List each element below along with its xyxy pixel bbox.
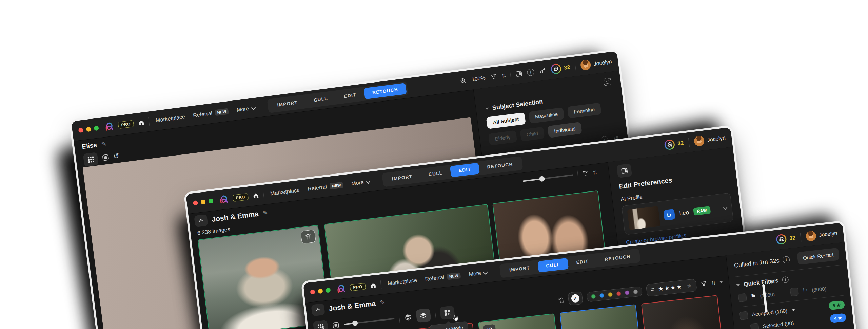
tab-retouch[interactable]: RETOUCH <box>596 250 639 266</box>
menu-marketplace[interactable]: Marketplace <box>270 187 300 197</box>
sort-icon[interactable]: ↑↓ <box>711 279 715 287</box>
key-icon[interactable] <box>539 67 546 74</box>
unstack-layers-button[interactable] <box>416 308 431 323</box>
tab-cull[interactable]: CULL <box>420 166 451 181</box>
user-account[interactable]: Jocelyn <box>693 133 726 147</box>
menu-referral[interactable]: Referral NEW <box>307 182 343 192</box>
color-dot-blue[interactable] <box>599 293 604 298</box>
close-window-button[interactable] <box>310 289 315 294</box>
edit-pencil-icon[interactable]: ✎ <box>262 209 269 217</box>
filter-icon[interactable] <box>582 170 589 177</box>
history-icon[interactable]: ↺ <box>113 152 120 161</box>
minimize-window-button[interactable] <box>318 289 323 294</box>
minimize-window-button[interactable] <box>86 127 91 132</box>
thumbnail-size-slider[interactable] <box>344 318 395 325</box>
tab-edit[interactable]: EDIT <box>450 163 480 177</box>
checkbox[interactable] <box>750 323 760 329</box>
survey-mode-button[interactable]: Survey Mode <box>439 306 455 320</box>
sort-icon[interactable]: ↑↓ <box>501 72 506 79</box>
user-account[interactable]: Jocelyn <box>580 57 612 71</box>
maximize-window-button[interactable] <box>94 126 99 131</box>
trash-button[interactable] <box>300 230 316 244</box>
star-rating-filter[interactable]: = ★★★★ ★ <box>646 278 697 296</box>
collapse-button[interactable] <box>311 304 325 316</box>
subject-all-button[interactable]: All Subject <box>486 112 526 129</box>
zoom-magnifier-icon[interactable] <box>460 77 467 84</box>
menu-referral[interactable]: Referral NEW <box>425 272 461 282</box>
maximize-window-button[interactable] <box>326 288 331 293</box>
flagged-filter[interactable]: ⚑ (1500) <box>738 290 775 302</box>
slider-knob[interactable] <box>352 320 358 326</box>
sort-direction-caret-icon[interactable] <box>719 281 723 283</box>
tab-retouch[interactable]: RETOUCH <box>363 83 407 99</box>
home-icon[interactable] <box>252 191 259 199</box>
rating-operator[interactable]: = <box>650 286 654 293</box>
credits-balance[interactable]: 32 <box>550 62 571 75</box>
unflagged-filter[interactable]: ⚐ (8000) <box>790 284 827 296</box>
subject-masculine-button[interactable]: Masculine <box>528 107 565 124</box>
thumbnail-picked[interactable] <box>559 304 649 329</box>
tab-edit[interactable]: EDIT <box>568 255 597 269</box>
tab-retouch[interactable]: RETOUCH <box>478 158 521 174</box>
collapse-button[interactable] <box>194 214 208 227</box>
thumbnail-rejected[interactable] <box>641 295 731 329</box>
subject-individual-button[interactable]: Individual <box>547 122 582 138</box>
filter-icon[interactable] <box>701 281 707 287</box>
spray-can-icon[interactable] <box>558 296 564 304</box>
info-icon[interactable]: i <box>527 68 535 76</box>
user-account[interactable]: Jocelyn <box>805 228 838 242</box>
credits-balance[interactable]: 32 <box>664 138 684 150</box>
sort-icon[interactable]: ↑↓ <box>592 169 597 176</box>
maximize-window-button[interactable] <box>208 198 214 204</box>
credits-balance[interactable]: 32 <box>776 233 796 245</box>
zoom-level[interactable]: 100% <box>471 75 486 83</box>
menu-more[interactable]: More <box>236 105 255 113</box>
tab-edit[interactable]: EDIT <box>335 88 365 103</box>
color-dot-gray[interactable] <box>633 289 638 294</box>
grid-view-button[interactable] <box>313 320 329 329</box>
menu-more[interactable]: More <box>469 269 488 277</box>
close-window-button[interactable] <box>78 128 84 133</box>
info-icon[interactable]: i <box>782 256 790 264</box>
edit-pencil-icon[interactable]: ✎ <box>380 298 386 307</box>
panel-toggle-button[interactable] <box>616 163 632 178</box>
checkbox[interactable] <box>738 293 747 303</box>
close-window-button[interactable] <box>193 200 198 206</box>
home-icon[interactable] <box>137 118 145 127</box>
tab-import[interactable]: IMPORT <box>269 96 307 112</box>
tab-import[interactable]: IMPORT <box>383 170 421 185</box>
slider-knob[interactable] <box>539 176 545 182</box>
single-view-button[interactable] <box>102 154 109 161</box>
active-stars[interactable]: ★★★★ <box>658 283 683 293</box>
checkbox[interactable] <box>790 287 799 296</box>
menu-referral[interactable]: Referral NEW <box>193 108 229 118</box>
filter-icon[interactable] <box>490 74 497 80</box>
menu-marketplace[interactable]: Marketplace <box>387 277 417 287</box>
checkbox[interactable] <box>739 311 749 320</box>
face-detection-icon[interactable] <box>603 77 612 87</box>
subject-elderly-button[interactable]: Elderly <box>488 130 517 146</box>
minimize-window-button[interactable] <box>200 199 206 205</box>
color-dot-purple[interactable] <box>625 290 629 295</box>
subject-child-button[interactable]: Child <box>520 127 545 142</box>
quick-restart-button[interactable]: Quick Restart <box>797 248 840 264</box>
tab-cull[interactable]: CULL <box>537 258 569 272</box>
inactive-star[interactable]: ★ <box>687 282 692 290</box>
single-view-button[interactable] <box>332 322 339 329</box>
color-dot-green[interactable] <box>591 294 596 299</box>
side-panel-icon[interactable] <box>515 70 522 77</box>
menu-more[interactable]: More <box>351 179 370 187</box>
info-icon[interactable]: i <box>782 276 789 283</box>
grid-view-button[interactable] <box>83 152 99 167</box>
edit-pencil-icon[interactable]: ✎ <box>101 140 107 148</box>
tab-import[interactable]: IMPORT <box>501 261 539 276</box>
thumbnail-size-slider[interactable] <box>522 174 573 182</box>
color-dot-red[interactable] <box>616 291 621 296</box>
home-icon[interactable] <box>369 281 377 289</box>
caret-down-icon[interactable] <box>792 309 795 311</box>
stack-count-badge[interactable]: +9 <box>482 324 496 329</box>
menu-marketplace[interactable]: Marketplace <box>155 114 185 124</box>
tab-cull[interactable]: CULL <box>305 92 337 107</box>
subject-feminine-button[interactable]: Feminine <box>567 103 601 118</box>
picked-filter-button[interactable]: ✓ <box>568 291 583 306</box>
